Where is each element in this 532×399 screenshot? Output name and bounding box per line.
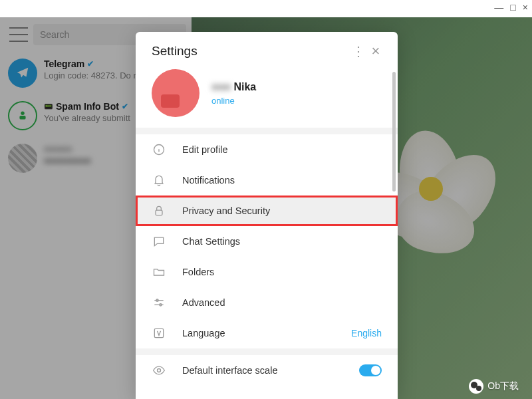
bell-icon xyxy=(152,173,166,188)
chat-icon xyxy=(152,234,166,249)
wechat-icon xyxy=(469,379,483,394)
close-modal-button[interactable]: × xyxy=(367,43,384,60)
menu-notifications[interactable]: Notifications xyxy=(136,165,398,196)
minimize-button[interactable]: — xyxy=(494,3,503,12)
menu-edit-profile[interactable]: Edit profile xyxy=(136,134,398,165)
sliders-icon xyxy=(152,295,166,310)
scale-toggle[interactable] xyxy=(359,364,382,376)
profile-avatar xyxy=(152,69,200,117)
more-options-button[interactable]: ⋮ xyxy=(350,43,367,59)
folder-icon xyxy=(152,265,166,279)
eye-icon xyxy=(152,363,166,378)
info-icon xyxy=(152,142,166,157)
maximize-button[interactable]: □ xyxy=(510,3,515,12)
settings-modal: Settings ⋮ × ■■■ Nika online Edit profil… xyxy=(136,32,398,399)
profile-section[interactable]: ■■■ Nika online xyxy=(136,65,398,128)
menu-privacy-security[interactable]: Privacy and Security xyxy=(136,196,398,226)
language-value: English xyxy=(351,328,382,338)
lock-icon xyxy=(152,203,166,218)
profile-status: online xyxy=(211,96,256,106)
menu-advanced[interactable]: Advanced xyxy=(136,287,398,318)
svg-rect-5 xyxy=(156,210,162,215)
menu-chat-settings[interactable]: Chat Settings xyxy=(136,226,398,257)
menu-interface-scale[interactable]: Default interface scale xyxy=(136,355,398,386)
svg-point-11 xyxy=(158,369,161,372)
watermark: Ob下载 xyxy=(469,379,519,394)
menu-folders[interactable]: Folders xyxy=(136,257,398,287)
close-window-button[interactable]: × xyxy=(523,3,528,12)
modal-title: Settings xyxy=(152,44,350,59)
language-icon xyxy=(152,326,166,340)
scrollbar[interactable] xyxy=(392,72,396,192)
profile-name: Nika xyxy=(233,81,256,92)
menu-language[interactable]: Language English xyxy=(136,318,398,348)
